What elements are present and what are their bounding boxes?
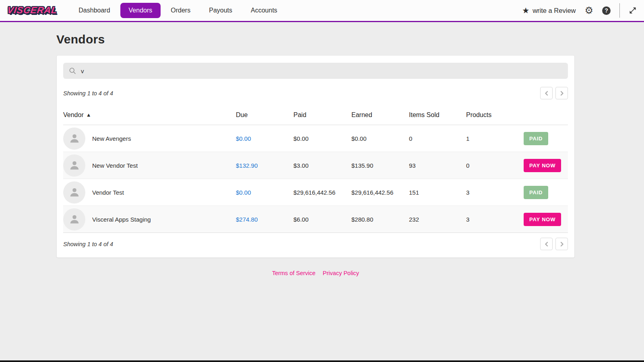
person-icon bbox=[68, 212, 81, 226]
table-row: Visceral Apps Staging $274.80 $6.00 $280… bbox=[63, 206, 568, 233]
paid-amount: $6.00 bbox=[293, 216, 351, 223]
prev-page-button[interactable] bbox=[540, 87, 553, 99]
products-count: 1 bbox=[466, 135, 524, 142]
table-row: New Vendor Test $132.90 $3.00 $135.90 93… bbox=[63, 152, 568, 179]
column-header-vendor[interactable]: Vendor ▲ bbox=[63, 111, 236, 119]
showing-text: Showing 1 to 4 of 4 bbox=[63, 90, 113, 97]
footer-links: Terms of Service Privacy Policy bbox=[56, 270, 575, 276]
due-amount-link[interactable]: $0.00 bbox=[236, 135, 251, 142]
showing-text: Showing 1 to 4 of 4 bbox=[63, 241, 113, 247]
bottom-edge-bar bbox=[0, 360, 644, 362]
column-header-earned[interactable]: Earned bbox=[351, 111, 409, 119]
chevron-left-icon bbox=[544, 91, 549, 96]
table-row: Vendor Test $0.00 $29,616,442.56 $29,616… bbox=[63, 179, 568, 206]
due-amount-link[interactable]: $0.00 bbox=[236, 189, 251, 196]
paid-amount: $0.00 bbox=[293, 135, 351, 142]
earned-amount: $29,616,442.56 bbox=[351, 189, 409, 196]
nav-item-vendors[interactable]: Vendors bbox=[120, 3, 161, 18]
nav-item-accounts[interactable]: Accounts bbox=[242, 3, 286, 18]
next-page-button[interactable] bbox=[555, 238, 568, 250]
star-icon: ★ bbox=[522, 6, 529, 14]
products-count: 3 bbox=[466, 189, 524, 196]
table-row: New Avengers $0.00 $0.00 $0.00 0 1 PAID bbox=[63, 125, 568, 152]
search-icon bbox=[68, 67, 76, 75]
sort-ascending-icon: ▲ bbox=[86, 112, 91, 117]
page-title: Vendors bbox=[56, 33, 644, 46]
topbar-divider bbox=[619, 3, 620, 18]
column-header-products[interactable]: Products bbox=[466, 111, 524, 119]
top-navigation-bar: VISCERAL Dashboard Vendors Orders Payout… bbox=[0, 0, 644, 22]
status-button[interactable]: PAID bbox=[524, 186, 548, 199]
main-content: Vendors Showing 1 to 4 of 4 bbox=[0, 22, 644, 276]
vendor-avatar bbox=[63, 208, 85, 230]
earned-amount: $135.90 bbox=[351, 162, 409, 169]
table-header-row: Vendor ▲ Due Paid Earned Items Sold Prod… bbox=[63, 105, 568, 125]
write-review-label: write a Review bbox=[533, 7, 576, 14]
vendor-name[interactable]: New Avengers bbox=[92, 135, 131, 142]
status-button[interactable]: PAID bbox=[524, 132, 548, 145]
items-sold: 151 bbox=[409, 189, 466, 196]
vendor-avatar bbox=[63, 181, 85, 204]
status-button[interactable]: PAY NOW bbox=[524, 159, 561, 172]
privacy-policy-link[interactable]: Privacy Policy bbox=[323, 270, 359, 276]
chevron-right-icon bbox=[559, 91, 564, 96]
paid-amount: $29,616,442.56 bbox=[293, 189, 351, 196]
vendor-avatar bbox=[63, 154, 85, 177]
search-input[interactable] bbox=[63, 63, 568, 79]
visceral-logo[interactable]: VISCERAL bbox=[4, 3, 62, 18]
column-header-due[interactable]: Due bbox=[236, 111, 293, 119]
earned-amount: $280.80 bbox=[351, 216, 409, 223]
chevron-left-icon bbox=[544, 242, 549, 247]
due-amount-link[interactable]: $274.80 bbox=[236, 216, 258, 223]
vendors-card: Showing 1 to 4 of 4 Vendor ▲ Due Paid Ea… bbox=[56, 55, 575, 258]
settings-gear-icon[interactable]: ⚙ bbox=[584, 6, 593, 15]
vendor-avatar bbox=[63, 128, 85, 150]
items-sold: 232 bbox=[409, 216, 466, 223]
write-review-button[interactable]: ★ write a Review bbox=[522, 6, 576, 14]
topbar-actions: ★ write a Review ⚙ ? bbox=[522, 3, 637, 18]
paid-amount: $3.00 bbox=[293, 162, 351, 169]
results-meta-bottom: Showing 1 to 4 of 4 bbox=[63, 238, 568, 250]
vendor-name[interactable]: New Vendor Test bbox=[92, 162, 138, 169]
items-sold: 0 bbox=[409, 135, 466, 142]
help-icon[interactable]: ? bbox=[602, 6, 611, 15]
vendor-name[interactable]: Visceral Apps Staging bbox=[92, 216, 151, 223]
products-count: 3 bbox=[466, 216, 524, 223]
column-label-vendor: Vendor bbox=[63, 111, 84, 119]
person-icon bbox=[68, 185, 81, 199]
nav-item-orders[interactable]: Orders bbox=[162, 3, 199, 18]
chevron-right-icon bbox=[559, 242, 564, 247]
person-icon bbox=[68, 132, 81, 145]
nav-item-dashboard[interactable]: Dashboard bbox=[70, 3, 118, 18]
earned-amount: $0.00 bbox=[351, 135, 409, 142]
main-nav: Dashboard Vendors Orders Payouts Account… bbox=[70, 3, 286, 18]
search-bar bbox=[63, 63, 568, 79]
vendor-name[interactable]: Vendor Test bbox=[92, 189, 124, 196]
column-header-items-sold[interactable]: Items Sold bbox=[409, 111, 466, 119]
person-icon bbox=[68, 158, 81, 172]
items-sold: 93 bbox=[409, 162, 466, 169]
pagination-bottom bbox=[540, 238, 568, 250]
prev-page-button[interactable] bbox=[540, 238, 553, 250]
collapse-window-icon[interactable] bbox=[629, 6, 637, 14]
next-page-button[interactable] bbox=[555, 87, 568, 99]
pagination-top bbox=[540, 87, 568, 99]
column-header-paid[interactable]: Paid bbox=[293, 111, 351, 119]
status-button[interactable]: PAY NOW bbox=[524, 213, 561, 226]
products-count: 0 bbox=[466, 162, 524, 169]
results-meta-top: Showing 1 to 4 of 4 bbox=[63, 87, 568, 99]
due-amount-link[interactable]: $132.90 bbox=[236, 162, 258, 169]
vendors-table: Vendor ▲ Due Paid Earned Items Sold Prod… bbox=[63, 105, 568, 233]
nav-item-payouts[interactable]: Payouts bbox=[200, 3, 241, 18]
terms-of-service-link[interactable]: Terms of Service bbox=[272, 270, 316, 276]
